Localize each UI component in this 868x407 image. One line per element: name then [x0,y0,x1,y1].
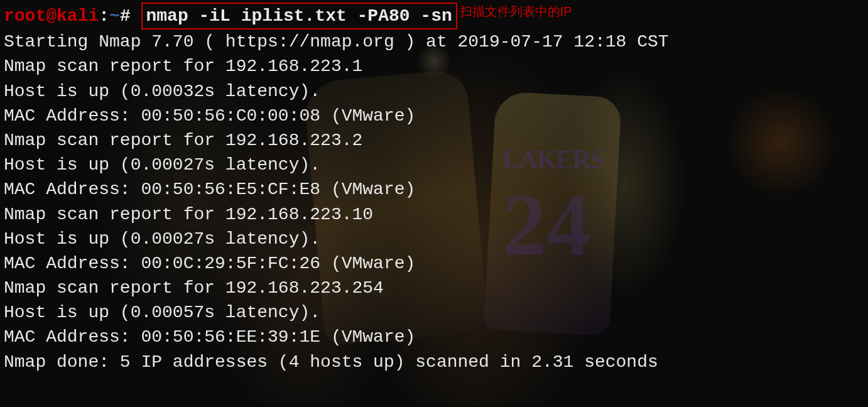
prompt-user: root [4,6,46,26]
output-line: Starting Nmap 7.70 ( https://nmap.org ) … [4,30,864,54]
output-line: MAC Address: 00:0C:29:5F:FC:26 (VMware) [4,251,864,276]
output-line: Host is up (0.00057s latency). [4,300,864,325]
output-line: Host is up (0.00027s latency). [4,227,864,251]
prompt-hash: # [120,6,131,26]
terminal[interactable]: root@kali:~# nmap -iL iplist.txt -PA80 -… [0,0,868,377]
output-line: MAC Address: 00:50:56:C0:00:08 (VMware) [4,104,864,128]
prompt-path: ~ [109,6,120,26]
prompt-sep: : [99,6,109,26]
command-highlight-box: nmap -iL iplist.txt -PA80 -sn [141,3,457,30]
output-line: Host is up (0.00032s latency). [4,79,864,104]
output-line: MAC Address: 00:50:56:E5:CF:E8 (VMware) [4,177,864,202]
output-line: Nmap scan report for 192.168.223.10 [4,202,864,227]
annotation-label: 扫描文件列表中的IP [460,4,572,18]
prompt-line: root@kali:~# nmap -iL iplist.txt -PA80 -… [4,3,864,30]
output-line: Nmap scan report for 192.168.223.2 [4,128,864,153]
prompt-at: @ [46,6,57,26]
output-line: Host is up (0.00027s latency). [4,153,864,177]
command-text[interactable]: nmap -iL iplist.txt -PA80 -sn [146,6,452,26]
prompt-host: kali [57,6,99,26]
output-line: MAC Address: 00:50:56:EE:39:1E (VMware) [4,325,864,349]
output-line: Nmap scan report for 192.168.223.1 [4,54,864,79]
output-line: Nmap done: 5 IP addresses (4 hosts up) s… [4,350,864,374]
output-line: Nmap scan report for 192.168.223.254 [4,276,864,300]
